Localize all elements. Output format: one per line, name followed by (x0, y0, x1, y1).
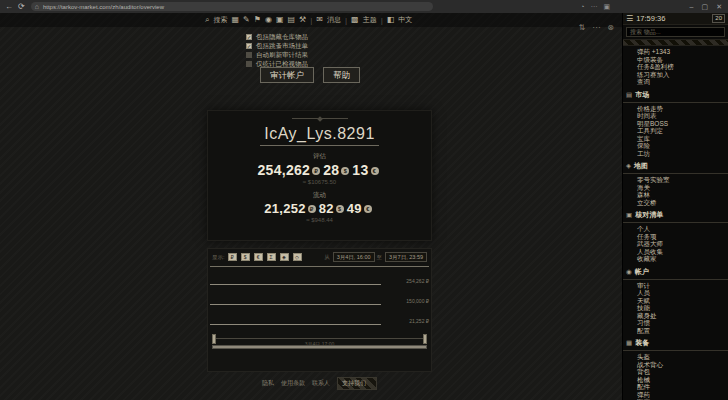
notification-badge[interactable]: 20 (712, 14, 725, 23)
sidebar-item[interactable]: 配置 (623, 327, 728, 335)
date-from-picker[interactable]: 3月4日, 16:00 (333, 252, 375, 262)
edit-icon[interactable]: ✎ (243, 14, 250, 26)
wrench-icon[interactable]: ⚒ (299, 14, 306, 26)
chip-liquid[interactable]: ◇ (293, 253, 302, 261)
sidebar-item[interactable]: 天赋 (623, 297, 728, 305)
sidebar-item-midgear[interactable]: 中级装备 (623, 56, 728, 64)
maximize-icon[interactable]: ▢ (702, 3, 709, 11)
sidebar-item[interactable]: 零号实验室 (623, 176, 728, 184)
flag-icon[interactable]: ⚑ (254, 14, 261, 26)
more-icon[interactable]: ⋯ (592, 23, 600, 32)
scrubber-range-bar[interactable] (212, 345, 427, 349)
sidebar-item-lookup[interactable]: 查询 (623, 78, 728, 86)
sidebar-item[interactable]: 人员 (623, 289, 728, 297)
toolbar-separator: | (381, 16, 383, 25)
sidebar-item[interactable]: 武器大师 (623, 240, 728, 248)
checkbox-checked[interactable]: ✓ (246, 43, 252, 49)
sidebar-item[interactable]: 森林 (623, 191, 728, 199)
search-icon[interactable]: ⌕ (205, 14, 209, 26)
sidebar-item[interactable]: 战术背心 (623, 361, 728, 369)
sidebar-item[interactable]: 配件 (623, 383, 728, 391)
camera-icon[interactable]: ▣ (276, 14, 284, 26)
sidebar-item[interactable]: 明星BOSS (623, 120, 728, 128)
sidebar-item[interactable]: 审计 (623, 282, 728, 290)
mail-label[interactable]: 消息 (327, 15, 341, 25)
sort-icon[interactable]: ⇅ (579, 23, 586, 32)
sidebar-search-input[interactable]: 搜索 物品... (626, 27, 725, 37)
sidebar-item-practice[interactable]: 练习赛加入 (623, 71, 728, 79)
extension-icon[interactable]: ◔ (580, 3, 584, 10)
chip-total[interactable]: Σ (267, 253, 276, 261)
home-icon[interactable]: ⌂ (35, 3, 39, 10)
stash-value-line-label: 150,000 ₽ (406, 298, 429, 304)
checkbox-unchecked[interactable] (246, 52, 252, 58)
address-bar[interactable]: ⌂ https://tarkov-market.com/zh/auditor/o… (31, 2, 433, 11)
sidebar: ☰ 17:59:36 20 搜索 物品... 弹药 +1343 中级装备 任务&… (622, 13, 728, 400)
dismiss-icon[interactable]: ⊗ (607, 23, 614, 32)
close-icon[interactable]: ✕ (716, 3, 722, 11)
chip-stash[interactable]: ◈ (280, 253, 289, 261)
sidebar-item[interactable]: 弹药 (623, 391, 728, 399)
support-us-link[interactable]: 支持我们 (337, 377, 377, 390)
minimize-icon[interactable]: – (690, 3, 694, 10)
grid-icon[interactable]: ▦ (231, 14, 239, 26)
stash-value-line (210, 304, 381, 305)
sidebar-item[interactable]: 价格走势 (623, 105, 728, 113)
time-range-scrubber[interactable] (212, 334, 427, 349)
liquid-usd-equivalent: ≈ $948.44 (208, 217, 431, 223)
profile-icon[interactable]: ▣ (603, 3, 610, 11)
sidebar-item[interactable]: 习惯 (623, 319, 728, 327)
currency-chip-roubles[interactable]: ₽ (228, 253, 237, 261)
theme-label[interactable]: 主题 (363, 15, 377, 25)
sidebar-item[interactable]: 个人 (623, 225, 728, 233)
sidebar-item[interactable]: 技能 (623, 304, 728, 312)
to-label: 至 (377, 254, 383, 261)
mail-icon[interactable]: ✉ (316, 14, 323, 26)
checkbox-checked[interactable]: ✓ (246, 34, 252, 40)
search-label[interactable]: 搜索 (213, 15, 227, 25)
option-row[interactable]: ✓ 包括隐藏仓库物品 (246, 33, 308, 41)
sidebar-item[interactable]: 背包 (623, 368, 728, 376)
sidebar-item[interactable]: 工具判定 (623, 127, 728, 135)
sidebar-item[interactable]: 任务项 (623, 233, 728, 241)
sidebar-item[interactable]: 时间表 (623, 112, 728, 120)
estimate-euros: 13 (352, 162, 368, 178)
scrubber-right-handle[interactable] (423, 334, 427, 344)
sidebar-item-profit[interactable]: 任务&盈利榜 (623, 63, 728, 71)
menu-icon[interactable]: ☰ (626, 14, 633, 23)
scrubber-left-handle[interactable] (212, 334, 216, 344)
option-row[interactable]: ✓ 包括跳蚤市场挂单 (246, 42, 308, 50)
sidebar-item[interactable]: 立交桥 (623, 199, 728, 207)
sidebar-item[interactable]: 海关 (623, 184, 728, 192)
help-button[interactable]: 帮助 (323, 67, 360, 83)
privacy-link[interactable]: 隐私 (262, 379, 274, 388)
terms-link[interactable]: 使用条款 (281, 379, 305, 388)
currency-chip-euros[interactable]: € (254, 253, 263, 261)
back-icon[interactable]: ← (5, 0, 13, 13)
theme-icon[interactable]: ▩ (351, 14, 359, 26)
section-label: 装备 (635, 338, 649, 348)
sidebar-item-ammo[interactable]: 弹药 +1343 (623, 48, 728, 56)
sidebar-item[interactable]: 宝库 (623, 135, 728, 143)
sidebar-item[interactable]: 保险 (623, 142, 728, 150)
contact-link[interactable]: 联系人 (312, 379, 330, 388)
language-label[interactable]: 中文 (398, 15, 412, 25)
sidebar-item[interactable]: 人员收集 (623, 248, 728, 256)
language-icon[interactable]: ◧ (387, 14, 395, 26)
option-row[interactable]: 自动刷新审计结果 (246, 51, 308, 59)
user-icon[interactable]: ◉ (265, 14, 272, 26)
more-extensions-icon[interactable]: ⋯ (590, 3, 597, 11)
currency-chip-dollars[interactable]: $ (241, 253, 250, 261)
sidebar-item[interactable]: 收藏家 (623, 255, 728, 263)
date-to-picker[interactable]: 3月7日, 23:59 (385, 252, 427, 262)
sidebar-item[interactable]: 头盔 (623, 353, 728, 361)
estimate-dollars: 28 (323, 162, 339, 178)
sidebar-item[interactable]: 藏身处 (623, 312, 728, 320)
checkbox-unchecked[interactable] (246, 61, 252, 67)
bag-icon[interactable]: ▤ (287, 14, 295, 26)
reload-icon[interactable]: ⟳ (18, 0, 25, 13)
sidebar-item[interactable]: 工坊 (623, 150, 728, 158)
footer-links: 隐私 使用条款 联系人 支持我们 (207, 377, 432, 390)
audit-account-button[interactable]: 审计帐户 (260, 67, 314, 83)
sidebar-item[interactable]: 枪械 (623, 376, 728, 384)
